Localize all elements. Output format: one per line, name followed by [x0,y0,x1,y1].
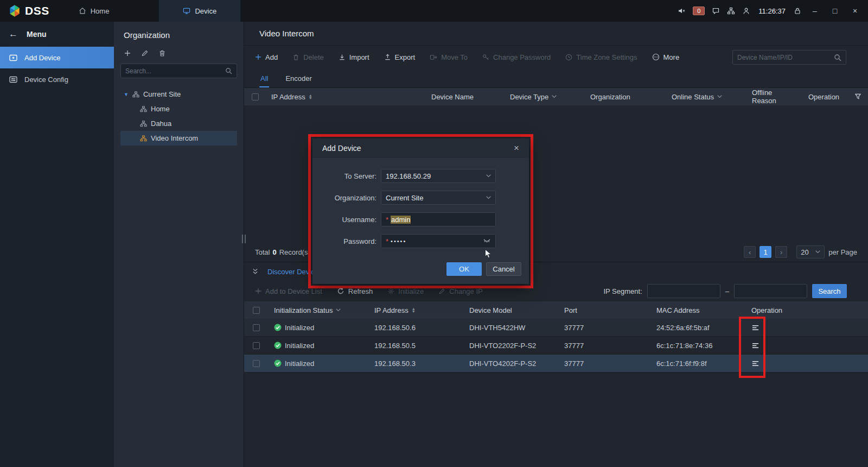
minimize-button[interactable]: – [808,7,821,15]
column-device-model: Device Model [469,306,512,314]
home-icon [79,7,86,15]
lock-icon[interactable] [794,7,801,15]
splitter-handle[interactable] [242,235,246,243]
app-logo: DSS [0,4,59,18]
collapse-panel-icon[interactable] [252,268,259,275]
discover-row[interactable]: Initialized 192.168.50.6 DHI-VTH5422HW 3… [244,319,868,337]
row-checkbox[interactable] [253,342,260,349]
import-button[interactable]: Import [339,53,369,61]
device-mac: 6c:1c:71:6f:f9:8f [651,359,746,368]
per-page-label: per Page [828,248,857,256]
export-button[interactable]: Export [384,53,416,61]
operation-menu-icon[interactable] [751,342,760,349]
edit-org-icon[interactable] [141,49,149,57]
column-operation: Operation [751,306,782,314]
organization-select[interactable]: Current Site [381,191,496,205]
eye-closed-icon[interactable] [483,238,491,244]
organization-search [120,64,237,78]
ip-segment-start-input[interactable] [647,284,720,298]
sidebar-item-device-config[interactable]: Device Config [0,68,114,90]
change-password-button[interactable]: Change Password [482,53,551,61]
site-icon [140,135,147,142]
add-button[interactable]: Add [255,53,278,61]
filter-caret-icon[interactable] [336,308,341,312]
search-icon[interactable] [225,67,232,74]
password-field[interactable]: * ••••• [381,234,496,248]
filter-funnel-icon[interactable] [854,93,861,100]
more-button[interactable]: More [652,53,680,61]
device-tabs: All Encoder [244,68,868,88]
tree-expand-icon[interactable]: ▼ [124,92,129,97]
cancel-button[interactable]: Cancel [486,262,521,276]
column-offline-reason: Offline Reason [752,89,797,105]
prev-page-button[interactable]: ‹ [744,246,756,258]
current-page-button[interactable]: 1 [760,246,771,258]
delete-org-icon[interactable] [158,49,166,57]
dialog-close-button[interactable]: × [514,143,519,154]
message-icon[interactable] [712,7,720,15]
column-ip-address: IP Address [271,93,305,101]
device-model: DHI-VTO2202F-P-S2 [464,342,559,350]
time-zone-settings-button[interactable]: Time Zone Settings [565,53,637,61]
tab-all[interactable]: All [259,74,269,87]
organization-search-input[interactable] [125,67,225,75]
organization-title: Organization [114,22,244,44]
operation-menu-icon[interactable] [751,360,760,367]
site-icon [140,106,147,112]
device-ip: 192.168.50.5 [369,342,464,350]
more-button-label: More [663,53,680,61]
sitemap-icon[interactable] [727,7,735,15]
user-icon[interactable] [742,7,750,15]
ip-segment-end-input[interactable] [734,284,807,298]
organization-label: Organization: [312,194,376,202]
maximize-button[interactable]: □ [828,7,841,15]
device-icon [183,7,190,15]
page-size-select[interactable]: 20 [796,245,825,258]
add-org-icon[interactable] [124,49,131,57]
sort-icon[interactable]: ▲▼ [309,94,312,99]
tree-node-dahua[interactable]: Dahua [120,116,237,131]
operation-menu-icon[interactable] [751,324,760,331]
back-arrow-icon[interactable]: ← [9,29,18,40]
discover-row[interactable]: Initialized 192.168.50.3 DHI-VTO4202F-P-… [244,355,868,373]
tree-node-home[interactable]: Home [120,102,237,116]
tree-node-label: Home [151,105,170,113]
to-server-select[interactable]: 192.168.50.29 [381,169,496,183]
row-checkbox[interactable] [253,324,260,331]
username-field[interactable]: * admin [381,212,496,226]
device-search-input[interactable] [737,54,834,61]
export-icon [384,54,391,61]
ok-button[interactable]: OK [446,262,482,276]
tab-home[interactable]: Home [59,0,129,22]
delete-button[interactable]: Delete [292,53,324,61]
select-all-checkbox[interactable] [253,307,260,314]
close-button[interactable]: × [848,7,861,15]
tab-device[interactable]: Device [159,0,240,22]
sort-icon[interactable]: ▲▼ [412,308,416,313]
chevron-down-icon [486,174,491,178]
discover-row[interactable]: Initialized 192.168.50.5 DHI-VTO2202F-P-… [244,337,868,355]
row-checkbox[interactable] [253,360,260,367]
plus-icon [255,54,261,60]
move-to-button-label: Move To [441,53,468,61]
sidebar-item-add-device[interactable]: Add Device [0,47,114,68]
more-icon [652,53,660,61]
add-device-icon [9,54,18,62]
tree-node-video-intercom[interactable]: Video Intercom [120,131,237,146]
filter-caret-icon[interactable] [717,95,722,98]
tree-node-current-site[interactable]: ▼ Current Site [120,87,237,102]
pencil-icon [438,288,445,295]
tab-encoder[interactable]: Encoder [284,74,312,87]
ip-segment-separator: – [725,287,729,295]
mute-icon[interactable] [677,7,686,15]
alarm-count-badge: 0 [693,7,705,15]
filter-caret-icon[interactable] [552,95,557,98]
device-toolbar: Add Delete Import Export Move To Change … [244,46,868,68]
move-to-button[interactable]: Move To [430,53,468,61]
select-all-checkbox[interactable] [252,93,259,100]
ip-search-button[interactable]: Search [812,284,847,298]
next-page-button[interactable]: › [775,246,787,258]
search-icon[interactable] [834,54,841,61]
column-mac-address: MAC Address [656,306,699,314]
device-table-header: IP Address ▲▼ Device Name Device Type Or… [244,88,868,105]
